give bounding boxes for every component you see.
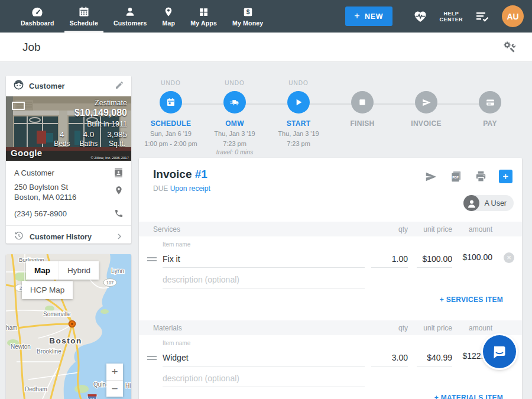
qty-column-header: qty: [398, 324, 408, 332]
undo-placeholder: [458, 80, 522, 89]
step-time: 1:00 pm - 2:00 pm: [139, 140, 203, 148]
service-item-name-input[interactable]: [163, 250, 365, 268]
zoom-in-button[interactable]: +: [106, 364, 123, 380]
step-omw: UNDO OMW Thu, Jan 3 '19 7:23 pm travel: …: [203, 80, 267, 155]
customer-name-row: A Customer: [6, 166, 131, 180]
service-item-unit-price-input[interactable]: [417, 250, 452, 268]
finish-stop-icon[interactable]: [351, 91, 374, 113]
customer-card-title: Customer: [29, 82, 65, 90]
customer-history-label: Customer History: [30, 233, 92, 241]
customer-face-icon: [13, 79, 24, 93]
new-button[interactable]: + NEW: [345, 7, 392, 26]
service-item-description-input[interactable]: [163, 271, 365, 288]
help-center-button[interactable]: HELP CENTER: [440, 11, 463, 22]
invoice-title-text: Invoice: [153, 168, 192, 180]
zoom-out-button[interactable]: −: [106, 380, 123, 397]
customer-card: Customer: [6, 76, 131, 244]
remove-service-item-button[interactable]: ×: [504, 252, 514, 263]
undo-omw-button[interactable]: UNDO: [203, 80, 267, 89]
help-center-line2: CENTER: [440, 17, 463, 22]
undo-schedule-button[interactable]: UNDO: [139, 80, 203, 89]
add-materials-item-link[interactable]: + MATERIALS ITEM: [434, 394, 503, 399]
undo-start-button[interactable]: UNDO: [267, 80, 330, 89]
nav-tab-map[interactable]: Map: [155, 0, 183, 33]
chat-widget-button[interactable]: [483, 335, 516, 368]
contact-card-icon[interactable]: [113, 168, 124, 183]
apps-grid-icon: [198, 7, 209, 18]
svg-text:PDF: PDF: [452, 176, 459, 179]
invoice-title: Invoice #1: [153, 168, 207, 181]
invoice-send-icon[interactable]: [415, 91, 437, 113]
zestimate-photo[interactable]: Zestimate $10,149,080 Built in 1911 4Bed…: [6, 96, 131, 161]
map-label-waltham: ham: [6, 325, 17, 331]
invoice-due: DUE Upon receipt: [153, 184, 210, 193]
address-line1: 250 Boylston St: [14, 182, 123, 192]
customer-name: A Customer: [14, 168, 54, 177]
nav-tab-label: Dashboard: [21, 20, 54, 27]
drag-handle[interactable]: [147, 356, 157, 362]
customer-phone-row: (234) 567-8900: [6, 207, 131, 220]
home-stats: 4Beds 4.0Baths 3,985Sq.ft.: [54, 130, 127, 148]
hcp-map-button[interactable]: HCP Map: [22, 281, 73, 299]
hybrid-button[interactable]: Hybrid: [59, 261, 99, 280]
nav-tab-customers[interactable]: Customers: [106, 0, 155, 33]
customer-history-link[interactable]: Customer History: [6, 226, 131, 248]
edit-pencil-icon[interactable]: [115, 80, 124, 92]
map-label-brookline: Brookline: [37, 348, 61, 355]
user-avatar[interactable]: AU: [502, 5, 524, 27]
sqft-value: 3,985: [107, 130, 127, 139]
material-item-qty-input[interactable]: [371, 349, 408, 366]
undo-placeholder: [394, 80, 458, 89]
step-finish: FINISH: [330, 80, 394, 155]
add-invoice-item-button[interactable]: [499, 170, 512, 183]
built-year: Built in 1911: [54, 120, 127, 128]
plus-icon: +: [354, 11, 360, 21]
service-item-qty-input[interactable]: [371, 250, 408, 268]
nav-tab-label: My Apps: [190, 20, 217, 27]
page-title: Job: [22, 41, 41, 54]
drag-handle[interactable]: [147, 257, 157, 263]
pay-card-icon[interactable]: [479, 91, 501, 113]
nav-tab-schedule[interactable]: Schedule: [62, 0, 106, 33]
pdf-icon[interactable]: PDF: [449, 170, 463, 183]
map-label-boston: Boston: [49, 336, 82, 345]
section-name: Materials: [153, 324, 182, 332]
amount-column-header: amount: [469, 225, 492, 233]
assignee-chip[interactable]: A User: [463, 195, 514, 211]
omw-truck-icon[interactable]: [223, 91, 246, 113]
print-icon[interactable]: [474, 170, 488, 183]
interstate-shield-93-south: 93: [87, 394, 97, 399]
map-button[interactable]: Map: [26, 261, 59, 280]
unit-price-column-header: unit price: [423, 225, 452, 233]
nav-tab-dashboard[interactable]: Dashboard: [13, 0, 62, 33]
invoice-number[interactable]: #1: [195, 168, 207, 180]
location-pin-icon[interactable]: [114, 185, 124, 198]
checklist-icon[interactable]: [475, 10, 490, 23]
material-item-description-input[interactable]: [163, 369, 365, 387]
heart-pulse-icon[interactable]: [413, 9, 428, 24]
job-location-pin[interactable]: [69, 321, 76, 327]
zestimate-overlay: Zestimate $10,149,080 Built in 1911 4Bed…: [54, 99, 127, 148]
material-item-unit-price-input[interactable]: [417, 349, 452, 366]
material-item-name-input[interactable]: [163, 349, 365, 366]
map-zoom-control: + −: [106, 364, 123, 397]
step-date: Thu, Jan 3 '19: [203, 129, 267, 138]
nav-tab-label: Schedule: [70, 20, 98, 27]
start-play-icon[interactable]: [287, 91, 310, 113]
add-services-item-link[interactable]: + SERVICES ITEM: [440, 296, 503, 304]
nav-tab-my-apps[interactable]: My Apps: [183, 0, 225, 33]
job-settings-icon[interactable]: [502, 40, 517, 57]
money-icon: $: [242, 7, 254, 18]
nav-tab-my-money[interactable]: $ My Money: [225, 0, 271, 33]
send-invoice-icon[interactable]: [424, 170, 438, 183]
map-label-dedham: Dedham: [25, 386, 47, 392]
due-value-link[interactable]: Upon receipt: [170, 184, 210, 193]
route-shield-107: 107: [103, 279, 116, 287]
map-label-lynn: Lynn: [111, 267, 125, 274]
nav-tab-label: Map: [163, 20, 176, 27]
schedule-step-icon[interactable]: [160, 91, 182, 113]
step-label: SCHEDULE: [139, 119, 203, 128]
step-label: INVOICE: [394, 119, 458, 128]
phone-icon[interactable]: [114, 209, 124, 222]
nav-right-cluster: + NEW HELP CENTER AU: [345, 0, 532, 33]
